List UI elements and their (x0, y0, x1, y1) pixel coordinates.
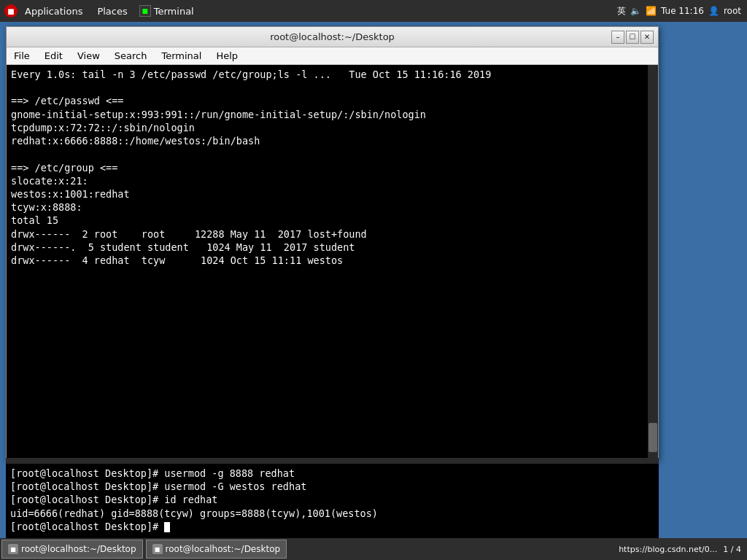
taskbar-item-2-label: root@localhost:~/Desktop (166, 544, 281, 554)
terminal-output[interactable]: Every 1.0s: tail -n 3 /etc/passwd /etc/g… (7, 65, 658, 459)
minimize-button[interactable]: – (611, 31, 624, 44)
terminal-taskbar-icon: ■ (139, 5, 151, 17)
terminal-titlebar: root@localhost:~/Desktop – ☐ ✕ (7, 27, 658, 47)
menu-terminal[interactable]: Terminal (154, 47, 209, 64)
volume-icon[interactable]: 🔈 (630, 6, 641, 16)
menu-view[interactable]: View (70, 47, 107, 64)
user-icon: 👤 (708, 6, 719, 16)
vertical-scrollbar[interactable] (648, 65, 658, 459)
menu-file[interactable]: File (7, 47, 37, 64)
taskbar-item-1[interactable]: ■ root@localhost:~/Desktop (1, 540, 143, 559)
taskbar-item-1-label: root@localhost:~/Desktop (21, 544, 136, 554)
network-icon[interactable]: 📶 (646, 6, 657, 16)
terminal-window: root@localhost:~/Desktop – ☐ ✕ File Edit… (6, 26, 659, 460)
page-indicator: 1 / 4 (723, 545, 741, 554)
distro-icon: ■ (4, 4, 18, 18)
task-icon-2: ■ (152, 544, 163, 554)
taskbar-bottom: ■ root@localhost:~/Desktop ■ root@localh… (0, 538, 747, 560)
language-indicator[interactable]: 英 (617, 5, 626, 18)
menu-help[interactable]: Help (209, 47, 245, 64)
url-display: https://blog.csdn.net/0... (619, 545, 717, 554)
places-menu[interactable]: Places (90, 0, 134, 22)
username-display[interactable]: root (724, 6, 741, 16)
menu-edit[interactable]: Edit (37, 47, 70, 64)
terminal-taskbar-label[interactable]: Terminal (154, 6, 194, 17)
applications-menu[interactable]: Applications (18, 0, 90, 22)
window-controls: – ☐ ✕ (611, 31, 654, 44)
close-button[interactable]: ✕ (640, 31, 654, 44)
terminal-cursor (164, 522, 170, 532)
terminal-bottom-output[interactable]: [root@localhost Desktop]# usermod -g 888… (6, 464, 659, 538)
scrollbar-thumb[interactable] (649, 423, 657, 452)
task-icon-1: ■ (8, 544, 18, 554)
terminal-menubar: File Edit View Search Terminal Help (7, 47, 658, 65)
terminal-body: Every 1.0s: tail -n 3 /etc/passwd /etc/g… (7, 65, 658, 459)
taskbar-right-area: 英 🔈 📶 Tue 11:16 👤 root (617, 5, 747, 18)
taskbar-bottom-right: https://blog.csdn.net/0... 1 / 4 (619, 545, 747, 554)
taskbar-top: ■ Applications Places ■ Terminal 英 🔈 📶 T… (0, 0, 747, 22)
terminal-title: root@localhost:~/Desktop (270, 31, 395, 42)
maximize-button[interactable]: ☐ (626, 31, 639, 44)
menu-search[interactable]: Search (107, 47, 155, 64)
taskbar-item-2[interactable]: ■ root@localhost:~/Desktop (146, 540, 287, 559)
datetime-display[interactable]: Tue 11:16 (661, 6, 704, 16)
